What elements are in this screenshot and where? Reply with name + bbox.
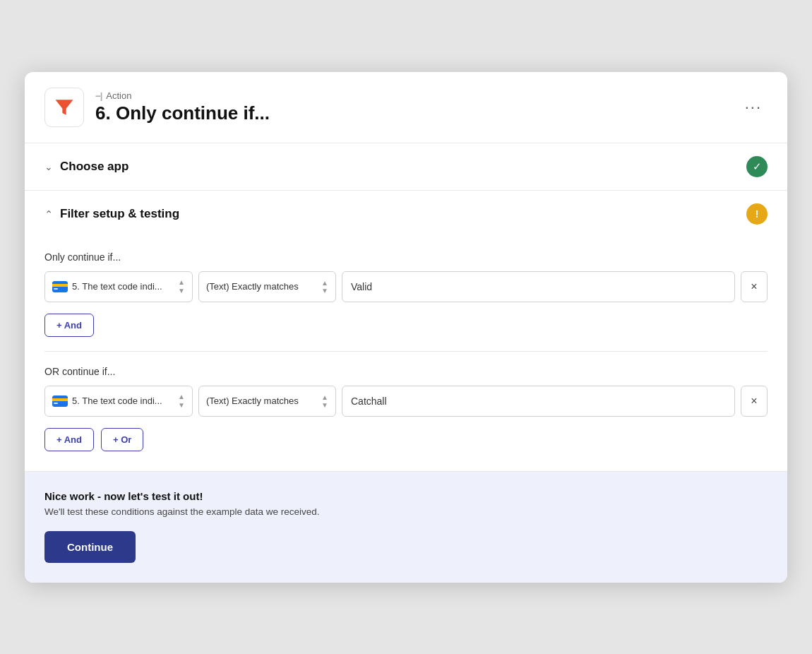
choose-app-title: Choose app	[60, 160, 129, 174]
condition-row-2: 5. The text code indi... ▲ ▼ (Text) Exac…	[44, 386, 768, 417]
svg-rect-2	[52, 284, 68, 287]
choose-app-section: ⌄ Choose app ✓	[25, 143, 787, 191]
condition1-operator-selector[interactable]: (Text) Exactly matches ▲ ▼	[198, 271, 336, 302]
condition2-field-spinner: ▲ ▼	[178, 393, 185, 409]
condition2-add-or-button[interactable]: + Or	[101, 428, 143, 451]
condition2-clear-button[interactable]: ×	[741, 386, 768, 417]
condition1-field-spinner: ▲ ▼	[178, 278, 185, 295]
condition1-value-field[interactable]: Valid	[342, 271, 735, 302]
filter-setup-chevron-icon: ⌄	[44, 208, 53, 220]
filter-setup-title: Filter setup & testing	[60, 207, 179, 221]
condition1-field-icon	[52, 281, 68, 292]
filter-setup-body: Only continue if... 5. The text code ind…	[25, 237, 787, 471]
condition2-add-buttons: + And + Or	[44, 428, 768, 451]
filter-setup-header-left: ⌄ Filter setup & testing	[44, 207, 179, 221]
filter-setup-section: ⌄ Filter setup & testing ! Only continue…	[25, 191, 787, 472]
header-text: --| Action 6. Only continue if...	[95, 90, 270, 124]
condition2-operator-spinner: ▲ ▼	[321, 393, 328, 409]
condition1-operator-text: (Text) Exactly matches	[206, 281, 299, 292]
choose-app-status-badge: ✓	[746, 156, 768, 177]
condition1-add-buttons: + And	[44, 314, 768, 337]
condition1-clear-button[interactable]: ×	[741, 271, 768, 302]
condition2-value-text: Catchall	[351, 396, 387, 407]
svg-rect-5	[52, 398, 68, 401]
modal-container: --| Action 6. Only continue if... ··· ⌄ …	[25, 72, 787, 583]
svg-rect-6	[54, 403, 58, 404]
choose-app-header[interactable]: ⌄ Choose app ✓	[25, 143, 787, 190]
warning-icon: !	[756, 208, 759, 220]
condition1-clear-icon: ×	[751, 280, 757, 293]
condition2-field-selector[interactable]: 5. The text code indi... ▲ ▼	[44, 386, 193, 417]
condition2-operator-selector[interactable]: (Text) Exactly matches ▲ ▼	[198, 386, 336, 417]
only-continue-label: Only continue if...	[44, 251, 768, 263]
condition1-value-text: Valid	[351, 281, 372, 292]
condition2-clear-icon: ×	[751, 395, 757, 408]
check-icon: ✓	[753, 160, 762, 173]
test-section: Nice work - now let's test it out! We'll…	[25, 472, 787, 583]
condition1-field-text: 5. The text code indi...	[72, 281, 171, 292]
choose-app-chevron-icon: ⌄	[44, 161, 53, 172]
test-description: We'll test these conditions against the …	[44, 506, 768, 517]
condition1-add-and-button[interactable]: + And	[44, 314, 94, 337]
svg-rect-3	[54, 288, 58, 290]
modal-header: --| Action 6. Only continue if... ···	[25, 72, 787, 143]
filter-setup-header[interactable]: ⌄ Filter setup & testing !	[25, 191, 787, 237]
condition1-operator-spinner: ▲ ▼	[321, 279, 328, 295]
action-label: Action	[106, 90, 131, 101]
header-menu-button[interactable]: ···	[739, 95, 768, 119]
condition2-add-and-button[interactable]: + And	[44, 428, 94, 451]
conditions-divider	[44, 351, 768, 352]
condition1-field-selector[interactable]: 5. The text code indi... ▲ ▼	[44, 271, 193, 302]
filter-setup-status-badge: !	[746, 203, 768, 225]
action-label-row: --| Action	[95, 90, 270, 101]
condition-row-1: 5. The text code indi... ▲ ▼ (Text) Exac…	[44, 271, 768, 302]
condition2-field-icon	[52, 396, 68, 407]
condition2-field-text: 5. The text code indi...	[72, 396, 171, 406]
or-continue-label: OR continue if...	[44, 366, 768, 377]
condition2-value-field[interactable]: Catchall	[342, 386, 735, 417]
continue-button[interactable]: Continue	[44, 531, 136, 563]
condition2-operator-text: (Text) Exactly matches	[206, 396, 299, 406]
svg-marker-0	[56, 100, 73, 114]
page-title: 6. Only continue if...	[95, 102, 270, 124]
test-title: Nice work - now let's test it out!	[44, 490, 768, 502]
choose-app-header-left: ⌄ Choose app	[44, 160, 129, 174]
header-left: --| Action 6. Only continue if...	[44, 88, 270, 127]
app-icon	[44, 88, 84, 127]
dash-icon: --|	[95, 90, 102, 101]
